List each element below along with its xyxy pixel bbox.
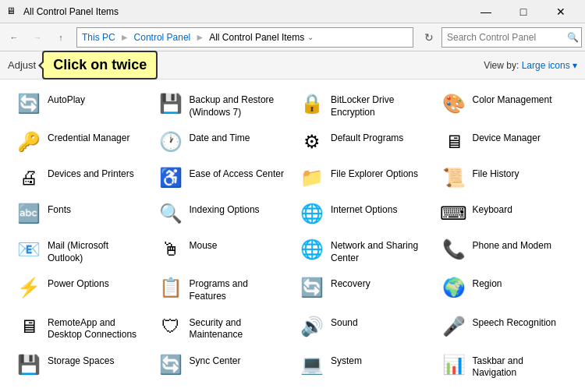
- list-item[interactable]: 📧Mail (Microsoft Outlook): [9, 231, 151, 270]
- list-item[interactable]: 🖥Device Manager: [434, 124, 576, 160]
- item-label: Devices and Printers: [48, 165, 134, 181]
- item-label: Taskbar and Navigation: [473, 352, 569, 380]
- list-item[interactable]: 🌐Network and Sharing Center: [292, 231, 434, 270]
- item-icon: ⚙: [300, 129, 324, 154]
- forward-button[interactable]: →: [27, 26, 48, 48]
- item-icon: 🌍: [441, 275, 466, 300]
- item-label: Security and Maintenance: [190, 314, 286, 341]
- item-label: Color Management: [473, 91, 552, 107]
- search-bar[interactable]: 🔍: [441, 27, 582, 48]
- breadcrumb-cp: Control Panel: [134, 32, 191, 43]
- list-item[interactable]: 💾Storage Spaces: [9, 347, 151, 385]
- list-item[interactable]: 🌐Internet Options: [292, 196, 434, 231]
- search-icon[interactable]: 🔍: [567, 32, 579, 43]
- back-button[interactable]: ←: [3, 26, 25, 48]
- address-chevron[interactable]: ⌄: [307, 33, 314, 41]
- list-item[interactable]: 💻Windows Mobility Center: [434, 385, 576, 392]
- item-icon: 📞: [441, 237, 466, 262]
- item-label: Ease of Access Center: [190, 165, 284, 181]
- list-item[interactable]: 🔧Troubleshooting: [9, 385, 151, 392]
- view-by-link[interactable]: Large icons ▾: [522, 60, 577, 71]
- item-icon: 📊: [441, 352, 466, 377]
- item-icon: 🔒: [300, 91, 324, 116]
- item-icon: 🔄: [16, 91, 41, 116]
- list-item[interactable]: ⚡Power Options: [9, 270, 151, 308]
- item-icon: 📜: [441, 165, 466, 190]
- item-icon: ⌨: [441, 201, 466, 226]
- breadcrumb-sep-1: ►: [120, 32, 129, 43]
- list-item[interactable]: 🖥RemoteApp and Desktop Connections: [9, 309, 151, 347]
- item-icon: 💻: [300, 352, 324, 377]
- list-item[interactable]: 📋Programs and Features: [151, 270, 293, 308]
- list-item[interactable]: 🔒BitLocker Drive Encryption: [292, 86, 434, 124]
- item-label: BitLocker Drive Encryption: [331, 91, 427, 118]
- list-item[interactable]: 🛡Windows Defender Firewall: [292, 385, 434, 392]
- list-item[interactable]: 📁File Explorer Options: [292, 160, 434, 196]
- minimize-button[interactable]: —: [468, 0, 504, 23]
- item-icon: 📁: [300, 165, 324, 190]
- content-area: 🔄AutoPlay💾Backup and Restore (Windows 7)…: [0, 79, 585, 392]
- item-label: RemoteApp and Desktop Connections: [48, 314, 144, 341]
- item-label: Sound: [331, 314, 358, 330]
- item-icon: 🎨: [441, 91, 466, 116]
- item-label: Internet Options: [331, 201, 397, 217]
- item-icon: 🎤: [441, 314, 466, 339]
- up-button[interactable]: ↑: [50, 26, 72, 48]
- close-button[interactable]: ✕: [543, 0, 579, 23]
- list-item[interactable]: 💻System: [292, 347, 434, 385]
- title-bar: 🖥 All Control Panel Items — □ ✕: [0, 0, 585, 23]
- list-item[interactable]: ♿Ease of Access Center: [151, 160, 293, 196]
- item-icon: 💾: [16, 352, 41, 377]
- list-item[interactable]: 🖨Devices and Printers: [9, 160, 151, 196]
- item-label: Default Programs: [331, 129, 403, 145]
- callout-text: Click on twice: [53, 57, 147, 72]
- list-item[interactable]: 🔍Indexing Options: [151, 196, 293, 231]
- refresh-button[interactable]: ↻: [418, 26, 440, 48]
- list-item[interactable]: 🔄Sync Center: [151, 347, 293, 385]
- item-label: Programs and Features: [190, 275, 286, 302]
- item-icon: 🔄: [300, 275, 324, 300]
- list-item[interactable]: 📊Taskbar and Navigation: [434, 347, 576, 385]
- address-bar[interactable]: This PC ► Control Panel ► All Control Pa…: [76, 27, 413, 48]
- list-item[interactable]: ⚙Default Programs: [292, 124, 434, 160]
- maximize-button[interactable]: □: [505, 0, 541, 23]
- list-item[interactable]: 👤User Accounts: [151, 385, 293, 392]
- item-label: Date and Time: [190, 129, 250, 145]
- list-item[interactable]: 🖱Mouse: [151, 231, 293, 270]
- adjust-text: Adjust: [8, 59, 36, 71]
- item-label: File Explorer Options: [331, 165, 418, 181]
- item-icon: 🖥: [16, 314, 41, 339]
- toolbar: Adjust Click on twice View by: Large ico…: [0, 51, 585, 79]
- nav-bar: ← → ↑ This PC ► Control Panel ► All Cont…: [0, 23, 585, 51]
- list-item[interactable]: 🔄AutoPlay: [9, 86, 151, 124]
- item-label: Fonts: [48, 201, 71, 217]
- items-grid: 🔄AutoPlay💾Backup and Restore (Windows 7)…: [9, 86, 576, 392]
- list-item[interactable]: 🌍Region: [434, 270, 576, 308]
- item-icon: 🕐: [158, 129, 183, 154]
- list-item[interactable]: 🎤Speech Recognition: [434, 309, 576, 347]
- breadcrumb-current: All Control Panel Items: [209, 32, 304, 43]
- list-item[interactable]: 🔄Recovery: [292, 270, 434, 308]
- list-item[interactable]: 💾Backup and Restore (Windows 7): [151, 86, 293, 124]
- search-input[interactable]: [447, 32, 564, 43]
- item-label: AutoPlay: [48, 91, 85, 107]
- window-controls: — □ ✕: [468, 0, 579, 23]
- item-label: Storage Spaces: [48, 352, 114, 368]
- list-item[interactable]: 📜File History: [434, 160, 576, 196]
- view-by-label: View by: Large icons ▾: [484, 60, 577, 71]
- list-item[interactable]: 🔤Fonts: [9, 196, 151, 231]
- item-icon: 🔤: [16, 201, 41, 226]
- item-label: Speech Recognition: [473, 314, 556, 330]
- item-label: Device Manager: [473, 129, 541, 145]
- list-item[interactable]: 🔑Credential Manager: [9, 124, 151, 160]
- list-item[interactable]: 🛡Security and Maintenance: [151, 309, 293, 347]
- item-label: Mouse: [190, 237, 218, 253]
- list-item[interactable]: 📞Phone and Modem: [434, 231, 576, 270]
- list-item[interactable]: 🕐Date and Time: [151, 124, 293, 160]
- list-item[interactable]: ⌨Keyboard: [434, 196, 576, 231]
- breadcrumb-pc: This PC: [82, 32, 115, 43]
- item-icon: 🛡: [158, 314, 183, 339]
- list-item[interactable]: 🔊Sound: [292, 309, 434, 347]
- breadcrumb-sep-2: ►: [195, 32, 204, 43]
- list-item[interactable]: 🎨Color Management: [434, 86, 576, 124]
